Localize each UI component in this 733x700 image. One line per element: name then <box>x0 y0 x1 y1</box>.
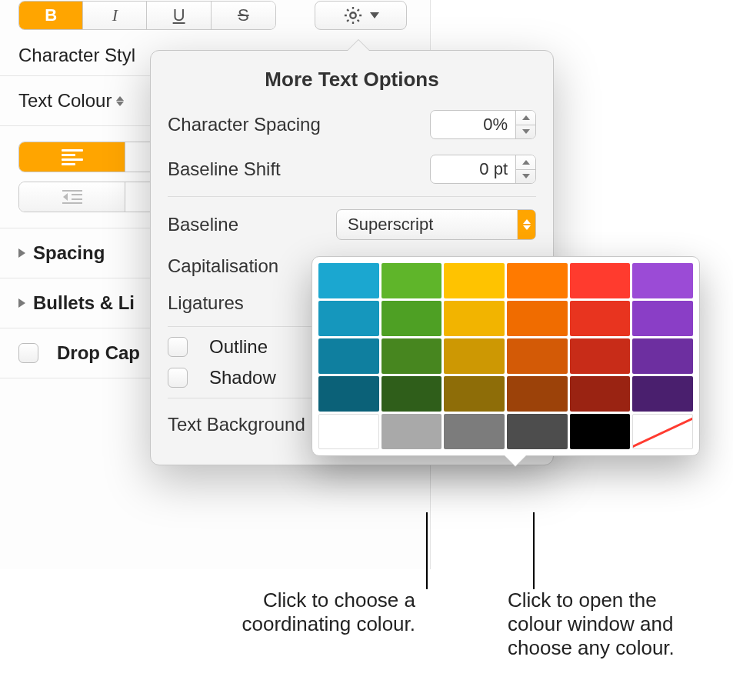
character-spacing-value: 0% <box>431 115 515 135</box>
disclosure-icon <box>18 248 25 258</box>
chevron-updown-icon <box>116 96 124 106</box>
colour-swatch[interactable] <box>507 414 568 449</box>
baseline-shift-value: 0 pt <box>431 159 515 179</box>
baseline-label: Baseline <box>168 214 336 235</box>
colour-swatch[interactable] <box>318 338 379 374</box>
callout-colourwindow: Click to open the colour window and choo… <box>508 588 708 660</box>
chevron-down-icon <box>370 12 379 18</box>
character-spacing-stepper[interactable]: 0% <box>430 110 536 139</box>
disclosure-icon <box>18 298 25 308</box>
shadow-label: Shadow <box>209 367 276 388</box>
colour-swatch[interactable] <box>507 338 568 374</box>
bullets-label: Bullets & Li <box>33 292 135 314</box>
character-spacing-row: Character Spacing 0% <box>151 102 553 147</box>
stepper-buttons[interactable] <box>515 155 535 183</box>
spacing-label: Spacing <box>33 242 105 264</box>
chevron-updown-icon <box>517 210 535 239</box>
svg-point-0 <box>350 12 355 18</box>
stepper-buttons[interactable] <box>515 111 535 138</box>
baseline-select[interactable]: Superscript <box>336 209 536 240</box>
baseline-value: Superscript <box>348 215 433 235</box>
text-style-row: B I U S <box>0 0 430 31</box>
colour-swatch[interactable] <box>632 414 693 449</box>
colour-swatch[interactable] <box>570 414 631 449</box>
colour-swatch[interactable] <box>381 414 442 449</box>
more-options-button[interactable] <box>315 1 407 30</box>
baseline-shift-stepper[interactable]: 0 pt <box>430 155 536 184</box>
baseline-shift-row: Baseline Shift 0 pt <box>151 147 553 192</box>
bold-button[interactable]: B <box>19 2 83 29</box>
callout-lead-right <box>533 512 535 589</box>
callout-colourwell: Click to choose a coordinating colour. <box>185 588 415 636</box>
colour-swatch[interactable] <box>507 376 568 412</box>
character-spacing-label: Character Spacing <box>168 114 430 135</box>
colour-swatch[interactable] <box>381 301 442 336</box>
italic-button[interactable]: I <box>83 2 147 29</box>
align-left-button[interactable] <box>19 142 125 172</box>
colour-swatch[interactable] <box>507 263 568 298</box>
align-left-icon <box>62 149 83 165</box>
colour-swatch[interactable] <box>444 414 505 449</box>
colour-swatch[interactable] <box>444 338 505 374</box>
colour-palette-popover <box>312 256 700 456</box>
colour-swatch[interactable] <box>570 338 631 374</box>
shadow-checkbox[interactable] <box>168 368 188 388</box>
colour-swatch[interactable] <box>381 263 442 298</box>
outline-checkbox[interactable] <box>168 337 188 357</box>
colour-swatch[interactable] <box>318 301 379 336</box>
colour-swatch[interactable] <box>318 414 379 449</box>
decrease-indent-button[interactable] <box>19 182 125 212</box>
outline-label: Outline <box>209 336 268 358</box>
popover-title: More Text Options <box>151 51 553 102</box>
colour-swatch[interactable] <box>632 376 693 412</box>
underline-button[interactable]: U <box>147 2 211 29</box>
callout-lead-left <box>426 512 428 589</box>
baseline-shift-label: Baseline Shift <box>168 158 430 180</box>
colour-swatch[interactable] <box>570 263 631 298</box>
dropcap-label: Drop Cap <box>57 342 140 364</box>
text-style-segment: B I U S <box>18 1 276 30</box>
colour-swatch[interactable] <box>570 376 631 412</box>
colour-swatch[interactable] <box>318 376 379 412</box>
colour-swatch[interactable] <box>632 263 693 298</box>
strikethrough-button[interactable]: S <box>212 2 275 29</box>
baseline-row: Baseline Superscript <box>151 202 553 248</box>
colour-swatch[interactable] <box>632 338 693 374</box>
dropcap-checkbox[interactable] <box>18 343 38 363</box>
colour-swatch[interactable] <box>381 376 442 412</box>
colour-swatch[interactable] <box>570 301 631 336</box>
colour-swatch[interactable] <box>444 376 505 412</box>
colour-swatch[interactable] <box>507 301 568 336</box>
colour-swatch[interactable] <box>444 263 505 298</box>
colour-swatch-grid <box>318 263 693 449</box>
colour-swatch[interactable] <box>381 338 442 374</box>
colour-swatch[interactable] <box>444 301 505 336</box>
colour-swatch[interactable] <box>632 301 693 336</box>
colour-swatch[interactable] <box>318 263 379 298</box>
text-colour-label: Text Colour <box>18 90 112 112</box>
decrease-indent-icon <box>61 188 84 206</box>
gear-icon <box>342 5 364 26</box>
